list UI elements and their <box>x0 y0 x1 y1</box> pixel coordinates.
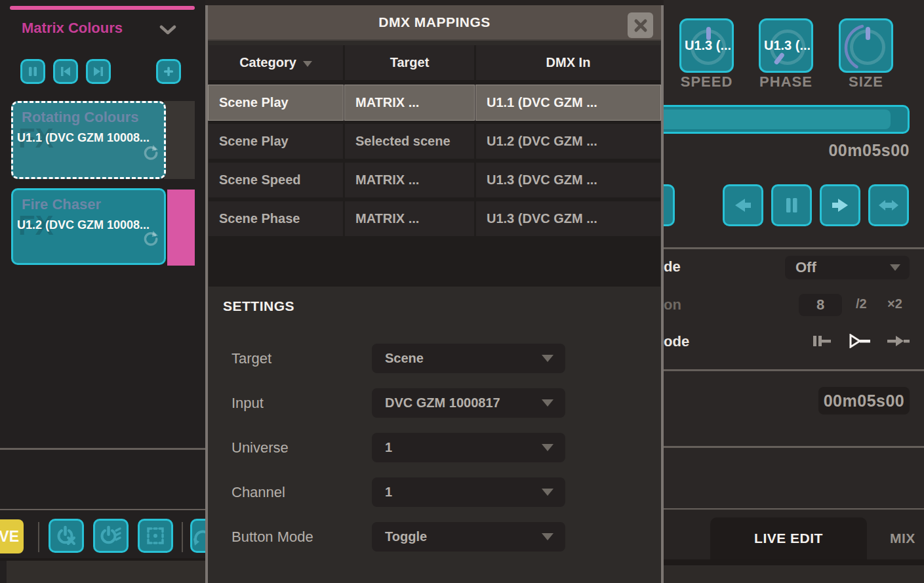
pause-icon <box>780 195 803 215</box>
focus-target-icon <box>144 524 167 548</box>
scene-dmx-channel: U1.1 (DVC GZM 10008... <box>17 131 150 145</box>
tab-live-edit[interactable]: LIVE EDIT <box>710 517 867 559</box>
dialog-header: DMX MAPPINGS <box>208 5 661 41</box>
add-scene-button[interactable] <box>156 59 181 84</box>
tab-mix-label: MIX <box>890 531 915 546</box>
loop-mode-label: de <box>664 258 681 275</box>
column-header-target[interactable]: Target <box>345 45 474 80</box>
skip-forward-icon <box>92 65 105 78</box>
target-dropdown[interactable]: Scene <box>372 344 565 373</box>
hold-fade-icon <box>813 334 835 348</box>
auto-fade-button[interactable] <box>887 334 910 351</box>
speed-knob-mapping: U1.3 (... <box>685 20 731 71</box>
size-label: SIZE <box>832 73 900 90</box>
column-header-category[interactable]: Category <box>209 45 343 80</box>
pause-icon <box>26 65 39 78</box>
half-button[interactable]: /2 <box>856 296 867 312</box>
scene-slot-remainder <box>164 101 195 179</box>
dialog-frame: DMX MAPPINGS Category Target <box>205 5 664 583</box>
power-off-x-icon <box>54 524 78 548</box>
chevron-down-icon <box>542 444 553 451</box>
tab-mix[interactable]: MIX <box>890 517 924 559</box>
scene-dmx-channel: U1.2 (DVC GZM 10008... <box>17 218 150 232</box>
edit-tab-bar: LIVE EDIT MIX <box>664 510 924 559</box>
size-knob[interactable] <box>839 18 893 73</box>
hold-fade-button[interactable] <box>813 334 835 351</box>
table-row[interactable]: Scene Speed MATRIX ... U1.3 (DVC GZM ... <box>209 163 660 197</box>
chevron-down-icon[interactable] <box>159 25 176 38</box>
arrows-horizontal-icon <box>877 195 900 215</box>
settings-row-channel: Channel 1 <box>208 477 661 507</box>
auto-fade-icon <box>887 334 910 348</box>
settings-row-target: Target Scene <box>208 344 661 373</box>
button-mode-dropdown[interactable]: Toggle <box>372 522 565 552</box>
progress-fill <box>664 110 891 129</box>
channel-dropdown[interactable]: 1 <box>372 477 565 507</box>
divider <box>0 509 205 510</box>
divider <box>0 448 205 450</box>
loop-icon <box>142 230 159 250</box>
universe-dropdown[interactable]: 1 <box>372 433 565 462</box>
scene-name: Rotating Colours <box>22 109 138 126</box>
scene-tile-fire-chaser[interactable]: FX Fire Chaser U1.2 (DVC GZM 10008... <box>11 188 166 265</box>
close-button[interactable] <box>628 12 653 38</box>
duration-value: 00m05s00 <box>824 392 905 411</box>
table-row[interactable]: Scene Play Selected scene U1.2 (DVC GZM … <box>209 124 660 159</box>
column-header-dmx-in[interactable]: DMX In <box>476 45 660 80</box>
table-row[interactable]: Scene Phase MATRIX ... U1.3 (DVC GZM ... <box>209 201 660 236</box>
power-lines-icon <box>99 524 123 548</box>
pause-button[interactable] <box>20 59 45 84</box>
chevron-down-icon <box>542 355 553 362</box>
button-mode-value: Toggle <box>385 529 427 544</box>
toolbar-divider <box>182 522 183 552</box>
duration-field[interactable]: 00m05s00 <box>818 387 910 414</box>
pause-playback-button[interactable] <box>771 184 812 226</box>
fade-out-button[interactable] <box>849 334 872 351</box>
phase-knob[interactable]: U1.3 (... <box>759 18 813 73</box>
elapsed-time: 00m05s00 <box>775 141 910 160</box>
previous-scene-button[interactable] <box>53 59 78 84</box>
step-back-button[interactable] <box>723 184 763 226</box>
field-label: Channel <box>231 477 285 507</box>
input-value: DVC GZM 1000817 <box>385 395 500 411</box>
loop-icon <box>142 144 159 164</box>
bottom-panel <box>7 561 205 583</box>
settings-heading: SETTINGS <box>223 298 294 314</box>
input-dropdown[interactable]: DVC GZM 1000817 <box>372 388 565 418</box>
transport-button-partial[interactable] <box>664 184 675 226</box>
fade-out-icon <box>849 334 872 348</box>
dialog-title: DMX MAPPINGS <box>378 14 491 30</box>
table-row[interactable]: Scene Play MATRIX ... U1.1 (DVC GZM ... <box>209 85 660 120</box>
chevron-down-icon <box>542 399 553 407</box>
loop-mode-value: Off <box>795 259 816 276</box>
next-scene-button[interactable] <box>86 59 111 84</box>
power-scenes-button[interactable] <box>93 519 129 553</box>
scene-color-strip <box>167 190 195 266</box>
loop-mode-dropdown[interactable]: Off <box>785 256 910 279</box>
select-target-button[interactable] <box>138 519 173 553</box>
divider <box>664 446 924 448</box>
repetition-value: 8 <box>816 296 824 313</box>
universe-value: 1 <box>385 440 392 455</box>
target-value: Scene <box>385 351 424 366</box>
field-label: Button Mode <box>231 522 313 552</box>
step-forward-button[interactable] <box>820 184 860 226</box>
scene-tile-rotating-colours[interactable]: FX Rotating Colours U1.1 (DVC GZM 10008.… <box>11 101 166 179</box>
sort-indicator-icon <box>303 61 312 67</box>
live-mode-button[interactable]: VE <box>0 519 24 553</box>
undo-button[interactable] <box>190 519 205 553</box>
group-accent-bar <box>10 6 195 10</box>
double-button[interactable]: ×2 <box>887 296 902 312</box>
settings-row-universe: Universe 1 <box>208 433 661 462</box>
field-label: Universe <box>231 433 289 462</box>
tab-live-edit-label: LIVE EDIT <box>754 531 823 546</box>
repetition-input[interactable]: 8 <box>799 294 842 316</box>
scene-progress-bar[interactable] <box>664 105 910 134</box>
blackout-button[interactable] <box>49 519 84 553</box>
close-icon <box>633 18 648 33</box>
undo-arrow-icon <box>191 524 205 548</box>
chevron-down-icon <box>542 489 553 496</box>
ping-pong-button[interactable] <box>868 184 909 226</box>
speed-knob[interactable]: U1.3 (... <box>679 18 734 73</box>
dmx-mappings-table: Category Target DMX In Scene Play MATRIX… <box>209 45 660 287</box>
